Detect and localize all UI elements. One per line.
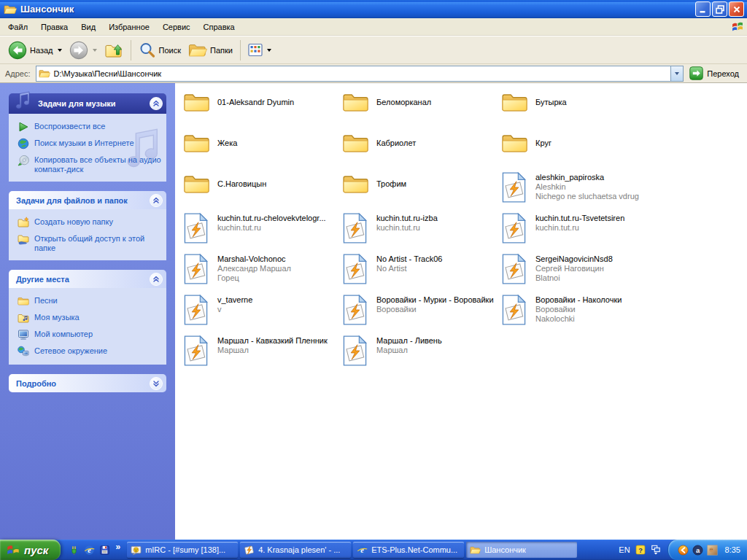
sidebar-link[interactable]: Создать новую папку [18,217,162,228]
file-tile[interactable]: v_tavernev [183,294,342,335]
panel-header[interactable]: Другие места [9,270,166,288]
minimize-button[interactable] [695,1,711,17]
file-tile[interactable]: Кабриолет [342,131,501,171]
file-tile[interactable]: kuchin.tut.ru-chelovekvtelogr...kuchin.t… [183,212,342,253]
forward-button[interactable] [66,39,101,61]
file-tile[interactable]: Круг [501,131,660,171]
menubar: ФайлПравкаВидИзбранноеСервисСправка [0,18,747,36]
views-button[interactable] [244,42,275,59]
winamp-file-icon [501,171,529,212]
back-button[interactable]: Назад [4,39,66,61]
file-text: Жека [217,131,237,171]
file-tile[interactable]: No Artist - Track06No Artist [342,253,501,294]
taskbar-button[interactable]: mIRC - [#sumy [138]... [127,542,238,558]
address-input[interactable]: D:\Музыка\Песни\Шансончик [36,66,684,82]
sidebar-link[interactable]: Мой компьютер [18,329,162,341]
restore-button[interactable] [712,1,727,17]
ie-icon[interactable]: e [84,545,95,556]
forward-dropdown-caret-icon[interactable] [93,49,97,52]
file-tile[interactable]: Бутырка [501,90,660,131]
file-name: Круг [535,139,551,148]
sidebar-link[interactable]: Копировать все объекты на аудио компакт-… [18,155,162,174]
start-button[interactable]: пуск [0,540,61,560]
file-tile[interactable]: aleshkin_papiroskaAleshkinNichego ne slu… [501,171,660,212]
sidebar-link[interactable]: Песни [18,295,162,307]
file-tile[interactable]: Marshal-VolchonocАлександр МаршалГорец [183,253,342,294]
menu-favorites[interactable]: Избранное [102,20,156,34]
file-text: Маршал - ЛивеньМаршал [376,335,442,376]
svg-text:e: e [360,546,364,554]
file-tile[interactable]: 01-Aleksandr Dyumin [183,90,342,131]
help-tray-icon[interactable]: ? [635,545,646,555]
folders-label: Папки [210,46,233,55]
copy-cd-icon [18,155,29,166]
file-tile[interactable]: Жека [183,131,342,171]
panel-header[interactable]: Подробно [9,374,166,392]
back-dropdown-caret-icon[interactable] [58,49,62,52]
file-text: Трофим [376,171,406,212]
file-tile[interactable]: Маршал - ЛивеньМаршал [342,335,501,376]
a-tray-icon[interactable]: a [692,545,703,556]
file-text: kuchin.tut.ru-Tsvetetsirenkuchin.tut.ru [535,212,624,253]
chevron-up-icon[interactable] [150,97,163,110]
addressbar: Адрес: D:\Музыка\Песни\Шансончик Переход [0,64,747,83]
file-text: Беломорканал [376,90,431,131]
file-tile[interactable]: kuchin.tut.ru-Tsvetetsirenkuchin.tut.ru [501,212,660,253]
taskbar-button[interactable]: Шансончик [466,542,577,558]
file-meta: kuchin.tut.ru [217,223,326,233]
file-tile[interactable]: Маршал - Кавказкий ПленникМаршал [183,335,342,376]
menu-edit[interactable]: Правка [34,20,74,34]
go-button[interactable]: Переход [684,66,745,80]
close-button[interactable] [729,1,744,17]
menu-file[interactable]: Файл [1,20,34,34]
file-name: SergeiNagovicinNsd8 [535,254,613,264]
sidebar-link[interactable]: Воспроизвести все [18,121,162,133]
winamp-icon [244,545,255,556]
sidebar-link-label: Создать новую папку [34,217,113,227]
photo-tray-icon[interactable] [707,545,718,556]
views-dropdown-caret-icon[interactable] [267,49,271,52]
file-tile[interactable]: kuchin.tut.ru-izbakuchin.tut.ru [342,212,501,253]
file-tile[interactable]: SergeiNagovicinNsd8Сергей НаговицинBlatn… [501,253,660,294]
file-tile[interactable]: Трофим [342,171,501,212]
quick-launch-overflow-chevron[interactable]: » [115,542,120,552]
panel-header[interactable]: Задачи для файлов и папок [9,191,166,209]
sidebar-link[interactable]: Моя музыка [18,312,162,324]
file-meta: Воровайки [535,305,622,314]
search-button[interactable]: Поиск [135,40,185,61]
chevron-down-icon[interactable] [150,377,163,390]
sidebar-link-label: Мой компьютер [34,329,93,339]
task-pane-sidebar: Задачи для музыкиВоспроизвести всеПоиск … [0,83,175,540]
file-tile[interactable]: Воровайки - НаколочкиВоровайкиNakolochki [501,294,660,335]
menu-help[interactable]: Справка [197,20,241,34]
chevron-up-icon[interactable] [150,273,163,286]
sidebar-panel: Подробно [9,374,166,392]
taskbar-button[interactable]: 4. Krasnaja plesen' - ... [240,542,351,558]
back-label: Назад [30,46,53,55]
address-dropdown-button[interactable] [670,66,683,81]
sidebar-link[interactable]: Сетевое окружение [18,346,162,357]
svg-text:e: e [88,546,92,554]
file-tile[interactable]: Беломорканал [342,90,501,131]
menu-tools[interactable]: Сервис [156,20,197,34]
panel-body: Воспроизвести всеПоиск музыки в Интернет… [9,114,166,182]
address-path: D:\Музыка\Песни\Шансончик [54,69,667,78]
winamp-agent-icon[interactable] [678,545,689,556]
up-button[interactable] [101,39,127,61]
clock[interactable]: 8:35 [725,545,740,554]
floppy-icon[interactable] [99,545,110,556]
sidebar-link[interactable]: Открыть общий доступ к этой папке [18,233,162,253]
folders-button[interactable]: Папки [185,39,236,61]
file-tile[interactable]: Воровайки - Мурки - ВоровайкиВоровайки [342,294,501,335]
plug-icon[interactable] [69,545,80,556]
taskbar-button[interactable]: eETS-Plus.Net-Commu... [353,542,464,558]
file-meta: v [217,305,252,314]
tray-window-icon[interactable] [651,545,661,555]
sidebar-link[interactable]: Поиск музыки в Интернете [18,138,162,149]
file-meta: Воровайки [376,305,494,314]
file-tile[interactable]: С.Наговицын [183,171,342,212]
menu-view[interactable]: Вид [74,20,102,34]
language-indicator[interactable]: EN [619,545,630,554]
panel-header[interactable]: Задачи для музыки [9,93,166,114]
chevron-up-icon[interactable] [150,194,163,207]
